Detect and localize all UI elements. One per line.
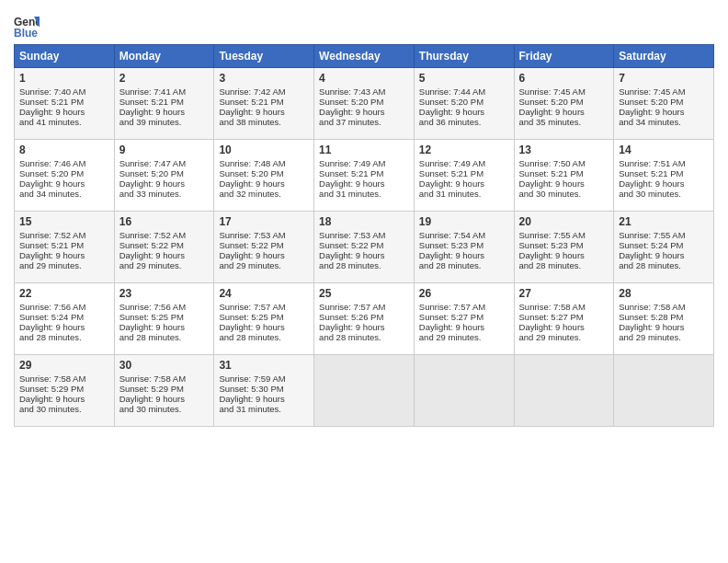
cell-line: Daylight: 9 hours: [119, 107, 210, 117]
cell-line: Daylight: 9 hours: [419, 178, 509, 189]
cell-line: Sunrise: 7:48 AM: [219, 158, 309, 168]
cell-line: Daylight: 9 hours: [219, 178, 309, 189]
cell-line: Daylight: 9 hours: [319, 250, 409, 260]
day-number: 23: [119, 287, 210, 300]
cell-line: Daylight: 9 hours: [519, 107, 609, 117]
day-number: 2: [119, 72, 210, 85]
calendar-cell: 4Sunrise: 7:43 AMSunset: 5:20 PMDaylight…: [314, 68, 415, 140]
cell-line: and 37 minutes.: [319, 117, 409, 127]
cell-line: Sunrise: 7:58 AM: [19, 373, 109, 384]
day-number: 5: [419, 72, 509, 85]
cell-line: Sunset: 5:21 PM: [219, 97, 309, 107]
day-number: 16: [119, 215, 210, 228]
day-number: 18: [319, 215, 409, 228]
calendar-cell: [514, 355, 614, 427]
cell-line: and 34 minutes.: [619, 117, 709, 127]
cell-line: Sunrise: 7:45 AM: [619, 86, 709, 97]
day-number: 8: [19, 144, 109, 156]
cell-line: Sunset: 5:25 PM: [119, 312, 210, 322]
calendar-cell: 15Sunrise: 7:52 AMSunset: 5:21 PMDayligh…: [15, 212, 115, 283]
cell-line: Sunset: 5:29 PM: [19, 384, 109, 394]
cell-line: Sunset: 5:20 PM: [319, 97, 409, 107]
cell-line: Daylight: 9 hours: [119, 250, 210, 260]
cell-line: Daylight: 9 hours: [419, 107, 509, 117]
cell-line: Sunset: 5:21 PM: [119, 97, 210, 107]
cell-line: Daylight: 9 hours: [619, 107, 709, 117]
cell-line: Sunset: 5:28 PM: [619, 312, 709, 322]
cell-line: Daylight: 9 hours: [619, 178, 709, 189]
cell-line: Sunrise: 7:52 AM: [119, 230, 210, 240]
calendar-cell: 18Sunrise: 7:53 AMSunset: 5:22 PMDayligh…: [314, 212, 415, 283]
cell-line: and 35 minutes.: [519, 117, 609, 127]
day-number: 27: [519, 287, 609, 300]
cell-line: Sunrise: 7:42 AM: [219, 86, 309, 97]
cell-line: Sunrise: 7:44 AM: [419, 86, 509, 97]
cell-line: Sunrise: 7:49 AM: [319, 158, 409, 168]
cell-line: Daylight: 9 hours: [219, 250, 309, 260]
col-header-tuesday: Tuesday: [214, 45, 314, 68]
day-number: 14: [619, 144, 709, 156]
day-number: 17: [219, 215, 309, 228]
cell-line: Sunset: 5:22 PM: [319, 240, 409, 250]
cell-line: Sunset: 5:21 PM: [619, 168, 709, 178]
cell-line: Sunset: 5:24 PM: [19, 312, 109, 322]
calendar-cell: 7Sunrise: 7:45 AMSunset: 5:20 PMDaylight…: [614, 68, 714, 140]
day-number: 4: [319, 72, 409, 85]
cell-line: Daylight: 9 hours: [219, 322, 309, 332]
cell-line: Daylight: 9 hours: [519, 322, 609, 332]
calendar-cell: 8Sunrise: 7:46 AMSunset: 5:20 PMDaylight…: [15, 140, 115, 212]
cell-line: Daylight: 9 hours: [319, 107, 409, 117]
cell-line: and 30 minutes.: [19, 404, 109, 414]
col-header-saturday: Saturday: [614, 45, 714, 68]
day-number: 6: [519, 72, 609, 85]
day-number: 26: [419, 287, 509, 300]
cell-line: and 29 minutes.: [19, 260, 109, 270]
cell-line: Sunset: 5:22 PM: [219, 240, 309, 250]
cell-line: Sunrise: 7:57 AM: [319, 302, 409, 312]
cell-line: Sunrise: 7:58 AM: [519, 302, 609, 312]
col-header-monday: Monday: [114, 45, 214, 68]
cell-line: and 28 minutes.: [419, 260, 509, 270]
calendar-cell: 12Sunrise: 7:49 AMSunset: 5:21 PMDayligh…: [414, 140, 514, 212]
day-number: 20: [519, 215, 609, 228]
day-number: 9: [119, 144, 210, 156]
calendar-cell: 25Sunrise: 7:57 AMSunset: 5:26 PMDayligh…: [314, 283, 415, 355]
cell-line: Sunset: 5:25 PM: [219, 312, 309, 322]
day-number: 30: [119, 359, 210, 372]
cell-line: and 33 minutes.: [119, 189, 210, 199]
cell-line: and 31 minutes.: [319, 189, 409, 199]
page-container: General Blue SundayMondayTuesdayWednesda…: [0, 0, 728, 436]
calendar-cell: 28Sunrise: 7:58 AMSunset: 5:28 PMDayligh…: [614, 283, 714, 355]
cell-line: Sunrise: 7:53 AM: [219, 230, 309, 240]
calendar-cell: 3Sunrise: 7:42 AMSunset: 5:21 PMDaylight…: [214, 68, 314, 140]
cell-line: Daylight: 9 hours: [419, 250, 509, 260]
cell-line: Sunrise: 7:41 AM: [119, 86, 210, 97]
cell-line: Sunset: 5:21 PM: [19, 240, 109, 250]
day-number: 7: [619, 72, 709, 85]
cell-line: Sunset: 5:20 PM: [19, 168, 109, 178]
cell-line: Sunset: 5:24 PM: [619, 240, 709, 250]
calendar-cell: 2Sunrise: 7:41 AMSunset: 5:21 PMDaylight…: [114, 68, 214, 140]
cell-line: Daylight: 9 hours: [19, 178, 109, 189]
cell-line: Sunrise: 7:52 AM: [19, 230, 109, 240]
cell-line: Sunrise: 7:56 AM: [19, 302, 109, 312]
cell-line: Sunrise: 7:59 AM: [219, 373, 309, 384]
cell-line: and 30 minutes.: [619, 189, 709, 199]
day-number: 24: [219, 287, 309, 300]
cell-line: Sunrise: 7:46 AM: [19, 158, 109, 168]
cell-line: and 28 minutes.: [219, 332, 309, 342]
cell-line: and 31 minutes.: [219, 404, 309, 414]
day-number: 3: [219, 72, 309, 85]
day-number: 31: [219, 359, 309, 372]
cell-line: Sunset: 5:23 PM: [419, 240, 509, 250]
cell-line: Daylight: 9 hours: [119, 178, 210, 189]
col-header-wednesday: Wednesday: [314, 45, 415, 68]
cell-line: Sunrise: 7:58 AM: [619, 302, 709, 312]
cell-line: Sunset: 5:21 PM: [419, 168, 509, 178]
calendar-cell: 17Sunrise: 7:53 AMSunset: 5:22 PMDayligh…: [214, 212, 314, 283]
cell-line: Sunrise: 7:55 AM: [619, 230, 709, 240]
day-number: 12: [419, 144, 509, 156]
cell-line: and 29 minutes.: [219, 260, 309, 270]
cell-line: Daylight: 9 hours: [319, 178, 409, 189]
calendar-cell: 10Sunrise: 7:48 AMSunset: 5:20 PMDayligh…: [214, 140, 314, 212]
